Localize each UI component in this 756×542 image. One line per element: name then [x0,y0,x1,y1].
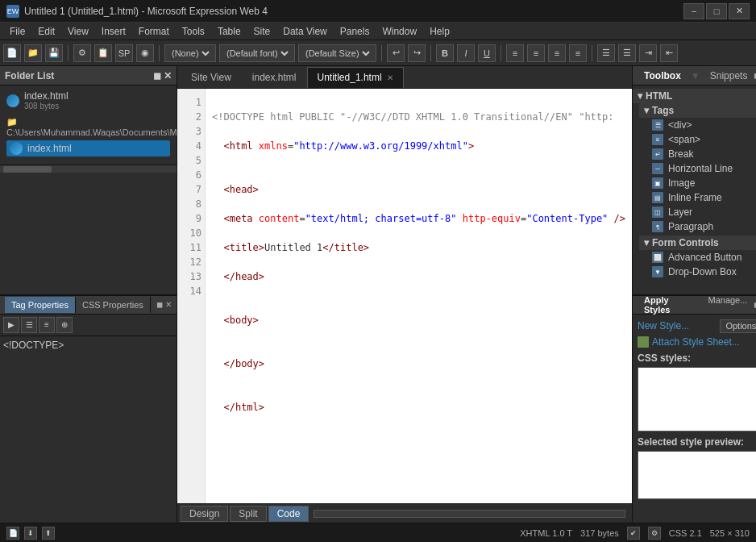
toolbox-item-layer[interactable]: ◫ Layer [639,205,756,219]
list2-btn[interactable]: ☰ [618,44,636,62]
settings-icon-2[interactable]: ⚙ [648,527,661,540]
toolbar: 📄 📁 💾 ⚙ 📋 SP ◉ (None) (Default font) (De… [0,40,756,66]
bold-btn[interactable]: B [436,44,454,62]
menu-item-tools[interactable]: Tools [176,23,211,40]
folder-path: 📁 C:\Users\Muhammad.Waqas\Documents\M in… [3,115,173,158]
menu-item-site[interactable]: Site [247,23,277,40]
menu-item-panels[interactable]: Panels [334,23,376,40]
tab-css-properties[interactable]: CSS Properties [76,297,151,313]
code-editor[interactable]: 12345 678910 11121314 <!DOCTYPE html PUB… [177,89,632,503]
split-tab[interactable]: Split [230,506,266,522]
toolbox-item-div[interactable]: ☰ <div> [639,118,756,132]
toolbox-item-dropdown[interactable]: ▼ Drop-Down Box [639,265,756,279]
align-right-btn[interactable]: ≡ [548,44,566,62]
folder-list-content: index.html 308 bytes 📁 C:\Users\Muhammad… [0,85,177,161]
close-tab-untitled[interactable]: ✕ [387,73,393,82]
folder-list-panel: Folder List ◼ ✕ index.html 308 bytes 📁 C… [0,66,177,295]
code-text[interactable]: <!DOCTYPE html PUBLIC "-//W3C//DTD XHTML… [206,89,632,503]
tag-props-content: <!DOCTYPE> [0,336,177,354]
tag-props-btn-4[interactable]: ⊕ [56,317,73,333]
toolbar-save-btn[interactable]: 💾 [45,44,63,62]
tab-toolbox[interactable]: Toolbox [638,69,687,83]
align-left-btn[interactable]: ≡ [506,44,524,62]
tab-manage[interactable]: Manage... [701,294,754,316]
tag-props-btn-1[interactable]: ▶ [3,317,19,333]
status-icon-3[interactable]: ⬆ [42,527,55,540]
indent-btn[interactable]: ⇥ [639,44,657,62]
underline-btn[interactable]: U [478,44,496,62]
toolbar-btn-1[interactable]: ⚙ [73,44,91,62]
center-panel: Site View index.html Untitled_1.html ✕ 1… [177,66,632,523]
tab-snippets[interactable]: Snippets [704,69,754,83]
maximize-button[interactable]: □ [706,3,727,19]
tag-props-btn-2[interactable]: ☰ [21,317,37,333]
toolbar-new-btn[interactable]: 📄 [3,44,21,62]
horizontal-scrollbar[interactable] [314,510,625,518]
toolbar-sep-2 [159,45,160,61]
font-dropdown[interactable]: (Default font) [219,44,295,62]
style-select[interactable]: (None) [168,48,212,59]
menu-item-insert[interactable]: Insert [95,23,132,40]
folder-list-float-btn[interactable]: ◼ [153,70,161,81]
menu-item-format[interactable]: Format [132,23,176,40]
tags-section: ▾ Tags ☰ <div> ≡ <span> ↵ [639,103,756,234]
folder-list-close-btn[interactable]: ✕ [164,70,172,81]
tab-index-html[interactable]: index.html [242,67,307,88]
menu-item-view[interactable]: View [61,23,95,40]
toolbox-item-break[interactable]: ↵ Break [639,147,756,161]
italic-btn[interactable]: I [457,44,475,62]
file-item-index[interactable]: index.html 308 bytes [3,89,173,112]
tag-props-float-btn[interactable]: ◼ [156,300,163,309]
design-tab[interactable]: Design [181,506,228,522]
toolbox-item-span[interactable]: ≡ <span> [639,132,756,147]
redo-btn[interactable]: ↪ [408,44,426,62]
status-icon-1[interactable]: 📄 [6,527,19,540]
toolbox-item-image[interactable]: ▣ Image [639,176,756,190]
tag-props-btn-3[interactable]: ≡ [39,317,55,333]
style-dropdown[interactable]: (None) [164,44,216,62]
menu-item-file[interactable]: File [3,23,31,40]
tag-props-close-btn[interactable]: ✕ [165,300,172,309]
break-icon: ↵ [652,148,663,160]
font-select[interactable]: (Default font) [223,48,291,59]
menu-item-help[interactable]: Help [423,23,456,40]
file-item-selected[interactable]: index.html [6,140,170,156]
styles-header: Apply Styles Manage... ◼ ✕ [633,295,756,315]
tab-site-view[interactable]: Site View [181,67,242,88]
tags-section-header[interactable]: ▾ Tags [639,103,756,118]
toolbox-item-advanced-btn[interactable]: ⬜ Advanced Button [639,250,756,265]
size-dropdown[interactable]: (Default Size) [298,44,376,62]
options-btn[interactable]: Options ▾ [720,319,756,333]
toolbar-btn-2[interactable]: 📋 [94,44,112,62]
validate-icon[interactable]: ✔ [627,527,640,540]
form-controls-header[interactable]: ▾ Form Controls [639,236,756,250]
menu-item-edit[interactable]: Edit [31,23,61,40]
align-center-btn[interactable]: ≡ [527,44,545,62]
list-btn[interactable]: ☰ [597,44,615,62]
toolbox-item-hr[interactable]: ─ Horizontal Line [639,161,756,176]
toolbar-btn-sp1[interactable]: SP [115,44,133,62]
menu-item-data-view[interactable]: Data View [276,23,333,40]
undo-btn[interactable]: ↩ [387,44,405,62]
outdent-btn[interactable]: ⇤ [660,44,678,62]
toolbox-item-iframe[interactable]: ▤ Inline Frame [639,190,756,205]
tab-apply-styles[interactable]: Apply Styles [638,294,701,316]
size-select[interactable]: (Default Size) [302,48,372,59]
menu-item-table[interactable]: Table [211,23,247,40]
toolbar-btn-3[interactable]: ◉ [136,44,154,62]
minimize-button[interactable]: − [683,3,704,19]
new-style-link[interactable]: New Style... [638,320,689,331]
close-button[interactable]: ✕ [729,3,750,19]
folder-list-scrollbar[interactable] [0,165,177,173]
align-justify-btn[interactable]: ≡ [569,44,587,62]
tab-tag-properties[interactable]: Tag Properties [5,297,76,313]
dropdown-icon: ▼ [652,266,663,277]
toolbox-item-paragraph[interactable]: ¶ Paragraph [639,219,756,234]
html-section-header[interactable]: ▾ HTML [633,89,756,103]
attach-style-link[interactable]: Attach Style Sheet... [652,336,740,348]
code-tab[interactable]: Code [268,506,309,522]
toolbar-open-btn[interactable]: 📁 [24,44,42,62]
tab-untitled[interactable]: Untitled_1.html ✕ [307,67,404,88]
menu-item-window[interactable]: Window [376,23,423,40]
status-icon-2[interactable]: ⬇ [24,527,37,540]
